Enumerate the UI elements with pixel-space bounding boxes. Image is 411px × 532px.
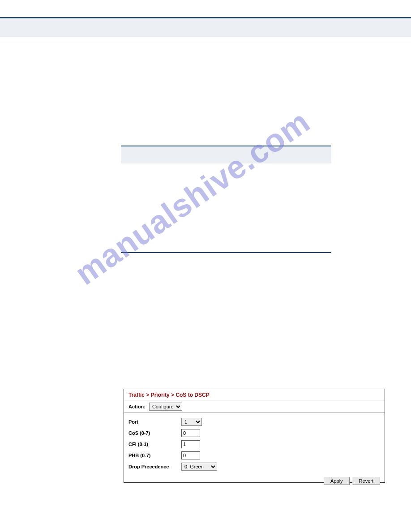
row-cfi: CFI (0-1): [128, 440, 380, 449]
action-row: Action: Configure: [124, 401, 385, 412]
revert-button[interactable]: Revert: [352, 477, 380, 485]
cos-label: CoS (0-7): [128, 430, 181, 436]
drop-label: Drop Precedence: [128, 464, 181, 469]
action-select[interactable]: Configure: [149, 403, 182, 411]
apply-button[interactable]: Apply: [324, 477, 350, 485]
mid-note-box: [121, 146, 331, 253]
port-label: Port: [128, 419, 181, 425]
cfi-input[interactable]: [181, 440, 200, 448]
row-port: Port 1: [128, 417, 380, 426]
breadcrumb-title: Traffic > Priority > CoS to DSCP: [124, 389, 385, 400]
mid-band: [121, 146, 331, 163]
cfi-label: CFI (0-1): [128, 442, 181, 447]
row-phb: PHB (0-7): [128, 451, 380, 460]
form-body: Port 1 CoS (0-7) CFI (0-1) PHB (0-7) Dro…: [124, 413, 385, 471]
row-cos: CoS (0-7): [128, 429, 380, 438]
row-drop: Drop Precedence 0: Green: [128, 462, 380, 471]
drop-select[interactable]: 0: Green: [181, 463, 217, 471]
button-row: Apply Revert: [124, 473, 385, 489]
phb-label: PHB (0-7): [128, 453, 181, 458]
port-select[interactable]: 1: [181, 418, 202, 426]
phb-input[interactable]: [181, 451, 200, 459]
action-label: Action:: [128, 404, 146, 409]
page-top-band: [0, 18, 411, 37]
mid-bottom-rule: [121, 252, 331, 253]
config-panel: Traffic > Priority > CoS to DSCP Action:…: [124, 389, 385, 483]
cos-input[interactable]: [181, 429, 200, 437]
